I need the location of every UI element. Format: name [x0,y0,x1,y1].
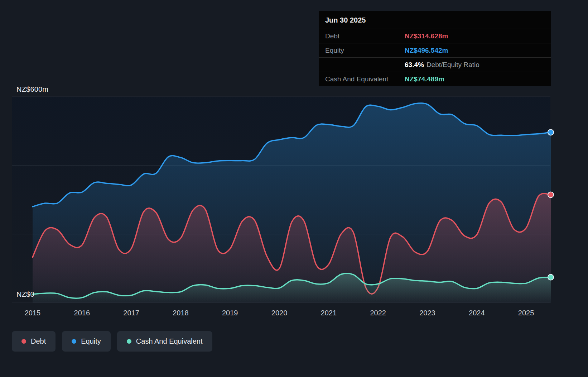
tooltip-debt-label: Debt [325,32,405,40]
cash-endpoint-marker [548,275,554,280]
debt-endpoint-marker [548,192,554,197]
tooltip-debt-value: NZ$314.628m [405,32,448,40]
chart-legend: DebtEquityCash And Equivalent [12,331,212,352]
chart-tooltip: Jun 30 2025 Debt NZ$314.628m Equity NZ$4… [319,11,551,86]
tooltip-date: Jun 30 2025 [319,11,551,29]
cash-legend-dot-icon [127,339,131,344]
x-axis-label-2025: 2025 [518,309,534,317]
equity-legend-dot-icon [72,339,76,344]
x-axis-label-2021: 2021 [321,309,337,317]
tooltip-row-ratio: 63.4% Debt/Equity Ratio [319,57,551,72]
x-axis-label-2017: 2017 [123,309,139,317]
tooltip-row-equity: Equity NZ$496.542m [319,43,551,57]
equity-endpoint-marker [548,129,554,135]
legend-item-equity[interactable]: Equity [62,331,111,352]
x-axis-label-2020: 2020 [271,309,288,317]
legend-item-label: Equity [81,337,101,345]
legend-item-label: Debt [31,337,46,345]
x-axis-label-2019: 2019 [222,309,238,317]
y-axis-label-top: NZ$600m [16,85,48,94]
x-axis-label-2016: 2016 [74,309,90,317]
tooltip-ratio-value: 63.4% [405,61,424,69]
debt-equity-history-page: NZ$600m NZ$0 201520162017201820192020202… [0,0,588,377]
tooltip-row-debt: Debt NZ$314.628m [319,29,551,43]
legend-item-cash[interactable]: Cash And Equivalent [117,331,212,352]
tooltip-row-cash: Cash And Equivalent NZ$74.489m [319,72,551,86]
x-axis-label-2023: 2023 [419,309,435,317]
tooltip-equity-label: Equity [325,47,405,54]
x-axis-label-2015: 2015 [25,309,41,317]
tooltip-ratio-label: Debt/Equity Ratio [426,61,479,69]
x-axis-label-2018: 2018 [173,309,189,317]
debt-legend-dot-icon [21,339,26,344]
y-axis-label-zero: NZ$0 [16,290,34,299]
legend-item-debt[interactable]: Debt [12,331,56,352]
x-axis-label-2022: 2022 [370,309,386,317]
x-axis-label-2024: 2024 [469,309,485,317]
tooltip-equity-value: NZ$496.542m [405,47,448,54]
tooltip-cash-value: NZ$74.489m [405,75,444,83]
x-axis: 2015201620172018201920202021202220232024… [0,309,588,320]
legend-item-label: Cash And Equivalent [136,337,203,345]
tooltip-cash-label: Cash And Equivalent [325,75,405,83]
